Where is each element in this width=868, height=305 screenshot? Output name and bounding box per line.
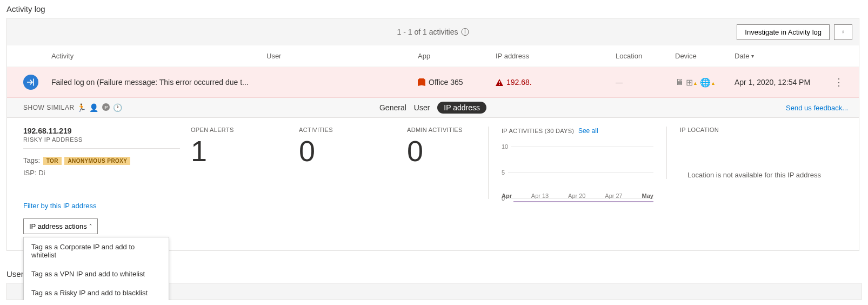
menu-tag-risky[interactable]: Tag as a Risky IP and add to blacklist <box>24 283 169 300</box>
y-tick-10: 10 <box>502 143 508 150</box>
time-filter-icon[interactable]: 🕐 <box>113 103 123 112</box>
row-ip-text: 192.68. <box>506 78 532 87</box>
user-filter-icon[interactable]: 👤 <box>89 103 99 112</box>
ip-filter-icon[interactable]: IP <box>102 103 110 111</box>
activities-value: 0 <box>299 135 396 167</box>
activities-label: ACTIVITIES <box>299 127 396 133</box>
expand-icon <box>842 28 844 36</box>
col-ip[interactable]: IP address <box>496 52 616 60</box>
row-activity-text: Failed log on (Failure message: This err… <box>51 78 266 87</box>
chart-data-line <box>513 201 653 202</box>
col-app[interactable]: App <box>418 52 496 60</box>
admin-activities-block: ADMIN ACTIVITIES 0 <box>407 127 488 167</box>
row-app-text: Office 365 <box>429 78 463 87</box>
col-user[interactable]: User <box>266 52 418 60</box>
show-similar-label: SHOW SIMILAR <box>23 104 75 111</box>
page-title: Activity log <box>6 4 859 14</box>
see-all-link[interactable]: See all <box>578 127 598 135</box>
ip-info-block: 192.68.11.219 RISKY IP ADDRESS Tags: TOR… <box>23 127 191 234</box>
investigate-button[interactable]: Investigate in Activity log <box>737 24 830 40</box>
filter-by-ip-link[interactable]: Filter by this IP address <box>23 202 180 210</box>
admin-activities-value: 0 <box>407 135 477 167</box>
monitor-icon: 🖥 <box>675 77 684 88</box>
menu-tag-vpn[interactable]: Tag as a VPN IP and add to whitelist <box>24 264 169 283</box>
ip-actions-menu: Tag as a Corporate IP and add to whiteli… <box>23 237 169 300</box>
svg-rect-2 <box>499 84 500 85</box>
browser-icon: 🌐▲ <box>700 77 716 88</box>
result-count-text: 1 - 1 of 1 activities <box>397 28 458 36</box>
activity-panel: 1 - 1 of 1 activities i Investigate in A… <box>6 18 859 251</box>
x-tick-apr27: Apr 27 <box>605 193 622 199</box>
secondary-bar: SHOW SIMILAR 🏃 👤 IP 🕐 General User IP ad… <box>7 98 859 118</box>
svg-rect-1 <box>499 81 500 83</box>
col-device[interactable]: Device <box>675 52 735 60</box>
row-ip: 192.68. <box>496 78 616 87</box>
office365-icon <box>418 78 425 86</box>
info-icon[interactable]: i <box>461 28 469 36</box>
divider <box>23 148 180 149</box>
login-failed-icon <box>23 75 38 90</box>
chevron-down-icon: ▾ <box>751 53 754 59</box>
tag-anonymous-proxy: ANONYMOUS PROXY <box>64 157 130 165</box>
x-tick-may: May <box>642 193 653 199</box>
col-date-label: Date <box>735 52 749 60</box>
row-location: — <box>616 78 675 87</box>
table-row[interactable]: Failed log on (Failure message: This err… <box>7 67 859 98</box>
ip-actions-button[interactable]: IP address actions ˄ <box>23 218 98 234</box>
row-more-actions[interactable]: ⋮ <box>830 76 848 88</box>
activity-filter-icon[interactable]: 🏃 <box>77 103 86 112</box>
panel-header: 1 - 1 of 1 activities i Investigate in A… <box>7 18 859 45</box>
tag-tor: TOR <box>43 157 62 165</box>
windows-icon: ⊞▲ <box>686 77 698 88</box>
ip-details: 192.68.11.219 RISKY IP ADDRESS Tags: TOR… <box>7 118 859 250</box>
ip-location-title: IP LOCATION <box>680 127 829 133</box>
chevron-up-icon: ˄ <box>89 223 92 229</box>
x-tick-apr20: Apr 20 <box>568 193 585 199</box>
row-device: 🖥 ⊞▲ 🌐▲ <box>675 77 735 88</box>
ip-activities-chart-block: IP ACTIVITIES (30 DAYS) See all 10 5 0 A… <box>488 127 666 199</box>
row-date: Apr 1, 2020, 12:54 PM <box>735 78 830 87</box>
result-count: 1 - 1 of 1 activities i <box>397 28 469 36</box>
col-location[interactable]: Location <box>616 52 675 60</box>
open-alerts-block: OPEN ALERTS 1 <box>191 127 299 167</box>
tags-label: Tags: <box>23 156 40 164</box>
x-tick-apr13: Apr 13 <box>531 193 549 199</box>
expand-collapse-button[interactable] <box>834 24 852 40</box>
ip-location-block: IP LOCATION Location is not available fo… <box>666 127 829 179</box>
ip-location-message: Location is not available for this IP ad… <box>680 171 829 179</box>
tab-user[interactable]: User <box>414 103 430 112</box>
table-header: Activity User App IP address Location De… <box>7 45 859 67</box>
activities-block: ACTIVITIES 0 <box>299 127 407 167</box>
y-tick-5: 5 <box>502 169 505 176</box>
ip-actions-label: IP address actions <box>29 222 87 230</box>
chart-title: IP ACTIVITIES (30 DAYS) <box>502 128 574 134</box>
ip-address-value: 192.68.11.219 <box>23 127 180 135</box>
row-app: Office 365 <box>418 78 496 87</box>
tab-ip-address[interactable]: IP address <box>437 102 486 114</box>
isp-label: ISP: Di <box>23 169 180 177</box>
open-alerts-value: 1 <box>191 135 288 167</box>
x-tick-apr: Apr <box>502 193 512 199</box>
feedback-link[interactable]: Send us feedback... <box>786 104 848 112</box>
col-activity[interactable]: Activity <box>51 52 266 60</box>
tab-general[interactable]: General <box>379 103 406 112</box>
open-alerts-label: OPEN ALERTS <box>191 127 288 133</box>
col-date[interactable]: Date ▾ <box>735 52 848 60</box>
ip-activities-chart: 10 5 0 Apr Apr 13 Apr 20 Apr 27 May <box>502 143 653 199</box>
menu-tag-corporate[interactable]: Tag as a Corporate IP and add to whiteli… <box>24 237 169 264</box>
ip-risk-label: RISKY IP ADDRESS <box>23 136 180 143</box>
admin-activities-label: ADMIN ACTIVITIES <box>407 127 477 133</box>
warning-icon <box>496 79 503 86</box>
